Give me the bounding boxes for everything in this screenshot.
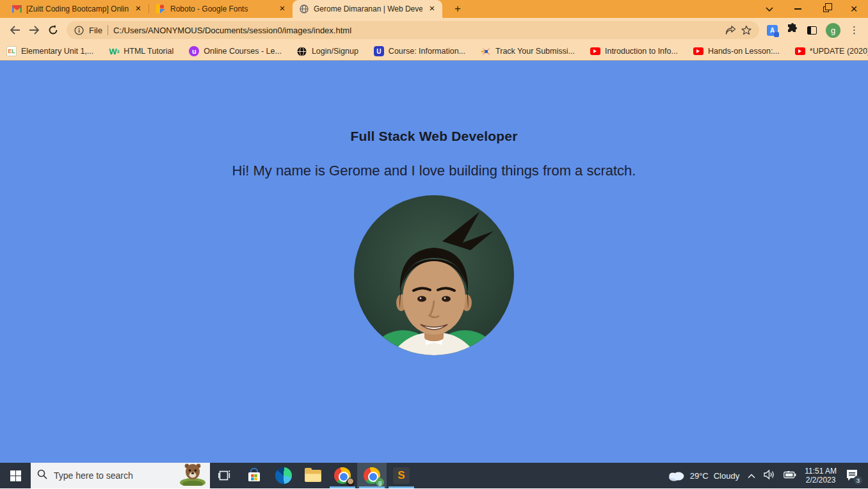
google-fonts-icon xyxy=(156,4,166,14)
bookmark-label: Online Courses - Le... xyxy=(204,47,282,56)
bookmark-label: Track Your Submissi... xyxy=(495,47,575,56)
bookmark-label: *UPDATE (2020) Jav... xyxy=(810,47,868,56)
tab-gmail[interactable]: [Zuitt Coding Bootcamp] Online × xyxy=(5,0,149,18)
microsoft-store-icon[interactable] xyxy=(239,463,269,488)
volume-icon[interactable] xyxy=(764,470,775,481)
chrome-g-badge: g xyxy=(376,478,384,486)
sublime-text-icon[interactable]: S xyxy=(387,463,416,488)
bookmark-track-submission[interactable]: Track Your Submissi... xyxy=(481,46,575,56)
start-button[interactable] xyxy=(0,463,31,488)
clock-time: 11:51 AM xyxy=(805,467,837,476)
window-controls: × xyxy=(755,0,868,18)
windows-taskbar: g S 29°C Cloudy 11:51 AM 2/2/2023 3 xyxy=(0,463,868,488)
tab-title: [Zuitt Coding Bootcamp] Online xyxy=(26,4,129,13)
file-explorer-icon[interactable] xyxy=(298,463,328,488)
bookmarks-bar: EL Elementary Unit 1,... W3 HTML Tutoria… xyxy=(0,42,868,61)
web-page: Full Stack Web Developer Hi! My name is … xyxy=(0,61,868,463)
notification-badge: 3 xyxy=(853,476,863,485)
gmail-icon xyxy=(12,4,22,14)
url-text[interactable]: C:/Users/ANONYMOUS/Documents/session0/im… xyxy=(113,26,720,35)
pinwheel-icon xyxy=(481,46,491,56)
search-input[interactable] xyxy=(54,470,156,481)
toolbar-right-icons: A g ⋮ xyxy=(763,23,863,38)
bookmark-online-courses[interactable]: u Online Courses - Le... xyxy=(189,46,282,56)
share-icon[interactable] xyxy=(725,26,736,35)
url-scheme-label: File xyxy=(89,26,102,35)
bookmark-course-information[interactable]: U Course: Information... xyxy=(374,46,465,56)
bookmark-label: HTML Tutorial xyxy=(124,47,173,56)
taskbar-search-box[interactable] xyxy=(31,463,210,488)
bookmark-star-icon[interactable] xyxy=(741,25,751,35)
youtube-icon xyxy=(693,47,703,55)
extensions-puzzle-icon[interactable] xyxy=(787,23,798,37)
weather-temp: 29°C xyxy=(690,471,709,481)
minimize-button[interactable] xyxy=(784,0,812,18)
restore-button[interactable] xyxy=(812,0,840,18)
url-separator xyxy=(108,25,108,35)
close-tab-icon[interactable]: × xyxy=(427,4,437,14)
notification-center-icon[interactable]: 3 xyxy=(845,468,860,483)
close-window-button[interactable]: × xyxy=(840,0,868,18)
globe-icon xyxy=(299,4,309,14)
edge-icon[interactable] xyxy=(269,463,298,488)
tab-active-gerome[interactable]: Gerome Dimaranan | Web Develo × xyxy=(293,0,442,18)
bookmark-label: Elementary Unit 1,... xyxy=(21,47,93,56)
address-bar[interactable]: File C:/Users/ANONYMOUS/Documents/sessio… xyxy=(67,21,759,39)
zuitt-shield-icon: U xyxy=(374,46,384,56)
task-view-button[interactable] xyxy=(210,463,239,488)
chrome-profile2-icon[interactable]: g xyxy=(357,463,387,488)
clock-date: 2/2/2023 xyxy=(805,476,837,485)
forward-button[interactable] xyxy=(24,20,44,40)
youtube-icon xyxy=(590,47,600,55)
bookmark-html-tutorial[interactable]: W3 HTML Tutorial xyxy=(109,46,173,56)
el-icon: EL xyxy=(6,46,17,56)
bookmark-hands-on-lesson[interactable]: Hands-on Lesson:... xyxy=(693,47,780,56)
battery-icon[interactable] xyxy=(784,471,796,481)
tray-chevron-up-icon[interactable] xyxy=(748,471,755,481)
close-tab-icon[interactable]: × xyxy=(133,4,143,14)
translate-icon[interactable]: A xyxy=(767,25,778,36)
page-intro: Hi! My name is Gerome and I love buildin… xyxy=(0,162,868,180)
bookmark-login-signup[interactable]: Login/Signup xyxy=(297,46,358,56)
chrome-avatar-badge xyxy=(346,478,355,486)
tab-google-fonts[interactable]: Roboto - Google Fonts × xyxy=(149,0,293,18)
bookmark-update-2020-java[interactable]: *UPDATE (2020) Jav... xyxy=(795,47,868,56)
udemy-icon: u xyxy=(189,46,199,56)
bookmark-label: Course: Information... xyxy=(389,47,465,56)
weather-condition: Cloudy xyxy=(714,471,739,481)
system-tray: 29°C Cloudy 11:51 AM 2/2/2023 3 xyxy=(668,463,868,488)
browser-menu-icon[interactable]: ⋮ xyxy=(849,24,859,36)
w3schools-icon: W3 xyxy=(109,46,119,56)
tab-title: Gerome Dimaranan | Web Develo xyxy=(314,4,422,13)
youtube-icon xyxy=(795,47,805,55)
tab-strip: [Zuitt Coding Bootcamp] Online × Roboto … xyxy=(0,0,868,18)
page-title: Full Stack Web Developer xyxy=(0,129,868,144)
bookmark-label: Login/Signup xyxy=(312,47,358,56)
profile-photo xyxy=(354,195,514,355)
search-icon xyxy=(37,469,47,482)
page-info-icon[interactable] xyxy=(74,26,84,35)
globe-icon xyxy=(297,46,307,56)
clock-widget[interactable]: 11:51 AM 2/2/2023 xyxy=(805,467,837,485)
cloud-icon xyxy=(668,470,685,481)
profile-avatar[interactable]: g xyxy=(826,23,840,38)
bookmark-intro-info[interactable]: Introduction to Info... xyxy=(590,47,678,56)
bookmark-label: Introduction to Info... xyxy=(605,47,678,56)
chrome-profile1-icon[interactable] xyxy=(328,463,357,488)
back-button[interactable] xyxy=(5,20,24,40)
groundhog-doodle xyxy=(178,461,207,488)
bookmark-elementary[interactable]: EL Elementary Unit 1,... xyxy=(6,46,93,56)
new-tab-button[interactable]: + xyxy=(450,3,465,15)
browser-toolbar: File C:/Users/ANONYMOUS/Documents/sessio… xyxy=(0,18,868,42)
tab-search-chevron-icon[interactable] xyxy=(755,0,784,18)
side-panel-icon[interactable] xyxy=(807,26,817,35)
reload-button[interactable] xyxy=(44,20,63,40)
bookmark-label: Hands-on Lesson:... xyxy=(708,47,780,56)
close-tab-icon[interactable]: × xyxy=(277,4,287,14)
weather-widget[interactable]: 29°C Cloudy xyxy=(668,470,740,481)
tab-title: Roboto - Google Fonts xyxy=(170,4,273,13)
